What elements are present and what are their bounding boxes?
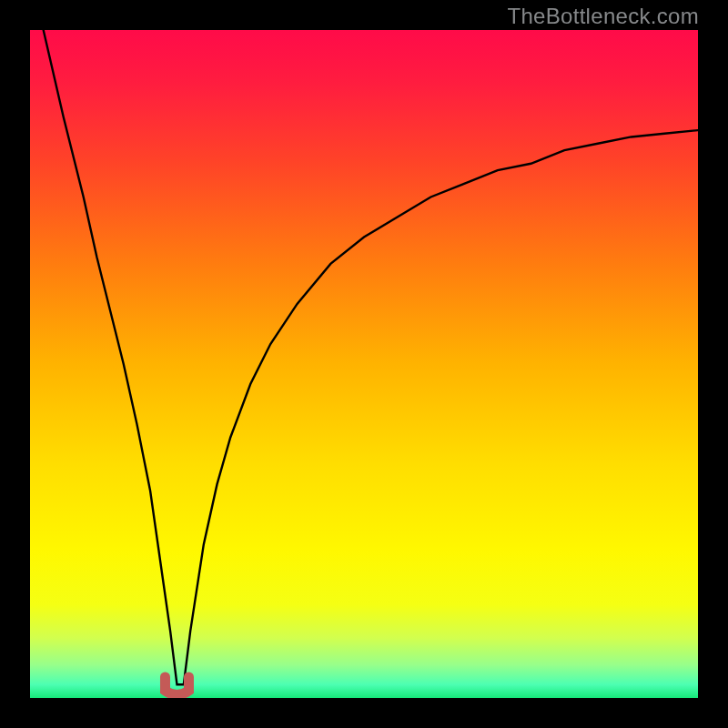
chart-svg [30, 30, 698, 698]
watermark: TheBottleneck.com [507, 4, 699, 29]
bottleneck-curve [44, 30, 698, 684]
chart-area [30, 30, 698, 698]
